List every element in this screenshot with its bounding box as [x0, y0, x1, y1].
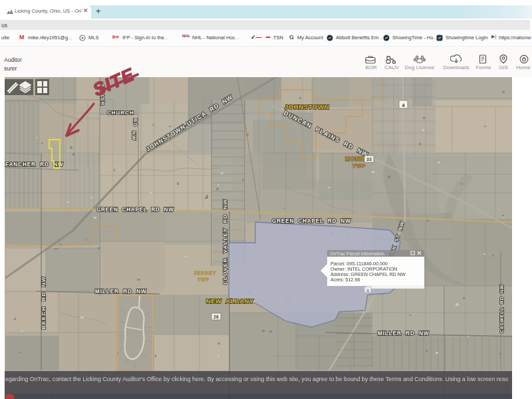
svg-text:SITE: SITE	[90, 65, 137, 100]
